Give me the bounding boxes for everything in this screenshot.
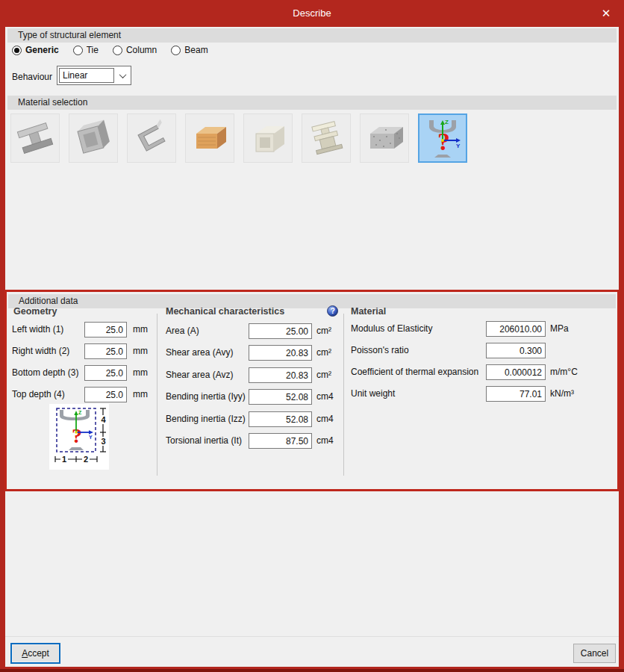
bending-inertia-izz-input[interactable] [249,411,312,427]
material-tile-welded-steel[interactable] [69,113,118,163]
window-title: Describe [0,0,624,27]
radio-column[interactable]: Column [113,45,157,55]
modulus-elasticity-label: Modulus of Elasticity [351,321,432,337]
aluminium-extrusion-icon [305,117,347,159]
shear-area-avy-input[interactable] [249,345,312,361]
radio-selected-icon [12,46,22,55]
help-icon[interactable]: ? [327,305,338,317]
svg-text:3: 3 [102,437,106,446]
right-width-unit: mm [133,343,148,359]
footer-divider [5,636,619,637]
poissons-ratio-input[interactable] [486,343,546,358]
shear-area-avz-input[interactable] [249,367,312,383]
modulus-elasticity-input[interactable] [486,321,546,337]
svg-text:?: ? [331,307,335,315]
dialog-content: Type of structural element Generic Tie C… [5,27,619,667]
material-tile-cold-formed-steel[interactable] [127,113,176,163]
radio-column-label: Column [126,45,157,55]
svg-text:Y: Y [456,143,461,149]
describe-dialog: Describe ✕ Type of structural element Ge… [0,0,624,672]
radio-beam[interactable]: Beam [171,45,208,55]
torsional-inertia-input[interactable] [249,433,312,449]
bending-inertia-iyy-label: Bending inertia (Iyy) [166,389,246,405]
material-tile-timber[interactable] [185,113,234,163]
left-width-label: Left width (1) [12,322,63,337]
top-depth-label: Top depth (4) [12,387,65,402]
material-tile-aluminium[interactable] [302,113,351,163]
material-section-header: Material selection [7,96,617,110]
radio-unselected-icon [171,46,181,55]
left-width-unit: mm [133,322,148,337]
structural-type-options: Generic Tie Column Beam [12,43,208,57]
poissons-ratio-label: Poisson's ratio [351,343,409,358]
radio-unselected-icon [113,46,122,55]
bottom-depth-input[interactable] [84,365,127,381]
unit-weight-input[interactable] [486,386,546,402]
bottom-depth-unit: mm [133,365,148,381]
radio-tie-label: Tie [87,45,99,55]
area-label: Area (A) [166,323,199,339]
material-tile-concrete[interactable] [360,113,409,163]
shear-area-avz-label: Shear area (Avz) [166,367,234,383]
geometry-title: Geometry [13,306,57,317]
material-tiles: ? Z Y [10,113,467,163]
svg-text:Z: Z [445,119,449,125]
bending-inertia-izz-unit: cm4 [316,411,334,427]
material-title: Material [351,306,386,317]
cold-formed-channel-icon [131,117,172,159]
left-width-input[interactable] [84,322,127,337]
section-dimensions-diagram: ? Z Y 4 [49,404,109,470]
right-width-input[interactable] [84,343,127,359]
svg-text:1: 1 [62,455,66,464]
close-icon[interactable]: ✕ [596,3,617,24]
additional-data-header: Additional data [8,294,616,308]
radio-generic[interactable]: Generic [12,45,59,55]
svg-text:?: ? [437,128,450,155]
radio-beam-label: Beam [184,45,208,55]
pvc-tube-icon [247,117,289,159]
thermal-expansion-input[interactable] [486,364,546,380]
cancel-button[interactable]: Cancel [573,644,616,663]
material-tile-generic-section[interactable]: ? Z Y [418,113,467,163]
svg-text:Z: Z [78,410,82,415]
right-width-label: Right width (2) [12,343,69,359]
shear-area-avy-label: Shear area (Avy) [166,345,234,361]
titlebar[interactable]: Describe ✕ [0,0,624,27]
unit-weight-label: Unit weight [351,386,395,402]
top-depth-unit: mm [133,387,148,402]
rolled-steel-ibeam-icon [14,117,56,159]
area-input[interactable] [249,323,312,339]
shear-area-avz-unit: cm² [316,367,331,383]
bending-inertia-izz-label: Bending inertia (Izz) [166,411,246,427]
welded-steel-icon [72,117,114,159]
column-divider [343,314,344,476]
top-depth-input[interactable] [84,387,127,402]
material-tile-pvc[interactable] [243,113,293,163]
behaviour-select[interactable]: Linear [57,66,131,85]
radio-unselected-icon [73,46,83,55]
combo-arrow-zone[interactable] [114,73,131,78]
timber-beam-icon [189,117,231,159]
window-bottom-edge [0,669,624,672]
chevron-down-icon [119,71,126,78]
generic-section-icon: ? Z Y [422,117,464,159]
column-divider [157,314,157,476]
behaviour-value: Linear [59,68,114,83]
concrete-block-icon [364,117,405,159]
mechanical-title: Mechanical characteristics [166,306,284,317]
bending-inertia-iyy-input[interactable] [249,389,312,405]
accept-button[interactable]: Accept [10,643,60,664]
radio-generic-label: Generic [25,45,59,55]
radio-tie[interactable]: Tie [73,45,99,55]
area-unit: cm² [316,323,331,339]
modulus-elasticity-unit: MPa [550,321,569,337]
bending-inertia-iyy-unit: cm4 [316,389,334,405]
shear-area-avy-unit: cm² [316,345,331,361]
unit-weight-unit: kN/m³ [550,386,574,402]
material-tile-rolled-steel[interactable] [10,113,60,163]
additional-data-section: Additional data Geometry Left width (1) … [4,290,620,491]
thermal-expansion-unit: m/m°C [550,364,578,380]
svg-text:Y: Y [89,435,93,440]
bottom-depth-label: Bottom depth (3) [12,365,78,381]
svg-text:2: 2 [84,455,88,464]
